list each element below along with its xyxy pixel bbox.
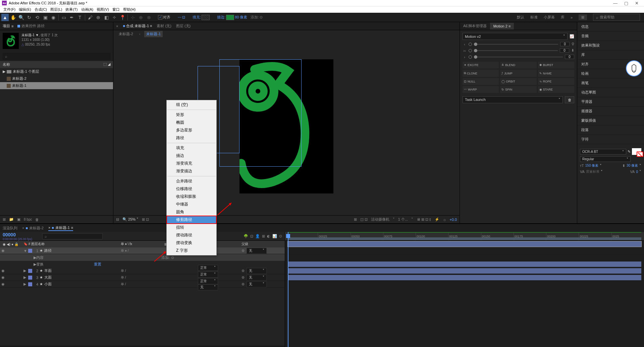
menu-stroke[interactable]: 描边 <box>167 152 216 160</box>
panel-mask-interp[interactable]: 蒙版插值 <box>577 116 644 125</box>
blend-mode-select[interactable]: 正常˅ <box>198 272 218 278</box>
panel-library[interactable]: 库 <box>577 50 644 60</box>
comp-mini-flowchart-icon[interactable]: 🌳 <box>244 234 248 238</box>
motion2-stare[interactable]: ◉ STARE <box>538 86 574 93</box>
motion2-burst[interactable]: ✱ BURST <box>538 62 574 68</box>
mask-icon[interactable]: ◫ ⊡ <box>360 217 368 222</box>
fast-preview-icon[interactable]: ⚡ <box>435 217 439 222</box>
tab-render-queue[interactable]: 渲染队列 <box>3 226 17 231</box>
task-delete[interactable]: 🗑 <box>565 96 574 103</box>
menu-group-empty[interactable]: 组 (空) <box>167 101 216 109</box>
panel-brush[interactable]: 画笔 <box>577 78 644 88</box>
exposure-value[interactable]: +0.0 <box>449 218 457 222</box>
matte-select[interactable]: 无˅ <box>198 284 218 290</box>
brush-tool[interactable]: 🖌 <box>87 14 94 21</box>
region-icon[interactable]: ⊟ <box>116 217 119 222</box>
visibility-toggle[interactable]: ◉ <box>1 269 5 273</box>
project-folder[interactable]: ▶ 未标题-1 个图层 <box>0 68 113 75</box>
layer-row-2[interactable]: ◉ ▶2★羊面 单 / 正常˅ 无˅ ⊚无˅ <box>0 268 285 274</box>
kerning[interactable]: 度量标准 <box>586 169 599 174</box>
layer-row-3[interactable]: ◉ ▶3★大面 单 / 正常˅ 无˅ ⊚无˅ <box>0 274 285 281</box>
panel-motion-sketch[interactable]: 动态草图 <box>577 88 644 97</box>
panel-paragraph[interactable]: 段落 <box>577 125 644 135</box>
visibility-toggle[interactable]: ◉ <box>1 282 5 286</box>
menu-polystar[interactable]: 多边星形 <box>167 126 216 134</box>
timeline-search[interactable] <box>42 233 103 239</box>
layer-transform-row[interactable]: ▶ 变换重置 <box>0 261 285 268</box>
menu-gradient-fill[interactable]: 渐变填充 <box>167 160 216 167</box>
motion-blur-icon[interactable]: ◐ <box>267 234 270 238</box>
selection-tool[interactable]: ▲ <box>1 14 9 21</box>
shy-icon[interactable]: 👤 <box>255 234 260 238</box>
menu-layer[interactable]: 图层(L) <box>49 6 63 13</box>
rotate-tool[interactable]: ⟲ <box>34 14 41 21</box>
menu-merge-paths[interactable]: 合并路径 <box>167 177 216 185</box>
tab-layer[interactable]: 图层 (无) <box>176 23 191 28</box>
menu-window[interactable]: 窗口 <box>111 6 121 13</box>
comp-crumb-1[interactable]: 未标题-2 <box>117 31 135 37</box>
menu-file[interactable]: 文件(F) <box>2 6 17 13</box>
view-axis[interactable]: ⊗ <box>145 14 153 21</box>
timeline-graph[interactable]: 00025 00050 00075 00100 00125 00150 0017… <box>285 232 644 347</box>
workspace-more[interactable]: » <box>571 15 573 19</box>
fill-color-swatch[interactable] <box>632 148 641 155</box>
menu-trim-paths[interactable]: 修剪路径 <box>167 216 216 224</box>
tab-effect-controls[interactable]: 效果控件 路径 <box>17 23 45 28</box>
graph-editor-icon[interactable]: 📊 <box>272 234 277 238</box>
project-item[interactable]: 未标题-2 <box>0 75 113 82</box>
reset-link[interactable]: 重置 <box>94 262 101 267</box>
workspace-small[interactable]: 小屏幕 <box>544 15 555 20</box>
workspace-standard[interactable]: 标准 <box>530 15 538 20</box>
close-button[interactable]: ✕ <box>635 1 639 6</box>
layer-contents-row[interactable]: ▶ 内容添加: ⊙ <box>0 254 285 261</box>
ease-out-slider[interactable] <box>474 57 563 57</box>
camera-dropdown[interactable]: 活动摄像机 <box>371 217 389 222</box>
workspace-switcher[interactable]: ⊞ <box>579 14 587 20</box>
menu-rectangle[interactable]: 矩形 <box>167 111 216 119</box>
composition-viewer[interactable] <box>113 38 460 215</box>
twirl-icon[interactable]: ▶ <box>23 269 27 273</box>
panel-effects-presets[interactable]: 效果和预设 <box>577 41 644 50</box>
tab-composition[interactable]: ■ 合成 未标题-1 ≡ <box>123 23 152 28</box>
parent-select[interactable]: 无˅ <box>247 275 267 281</box>
view-icons[interactable]: 🖥 ⊞ ⊡ ⫿ <box>417 217 431 222</box>
panel-smoother[interactable]: 平滑器 <box>577 97 644 107</box>
motion2-jump[interactable]: ⤴ JUMP <box>500 70 536 77</box>
maximize-button[interactable]: ▢ <box>624 1 628 6</box>
panel-character[interactable]: 字符 <box>577 135 644 144</box>
anchor-tool[interactable]: ◉ <box>50 14 57 21</box>
tab-project[interactable]: 项目 ≡ <box>3 23 13 28</box>
motion2-blend[interactable]: ≙ BLEND <box>500 62 536 68</box>
parent-pickwhip[interactable]: ⊚ <box>241 275 245 280</box>
menu-fill[interactable]: 填充 <box>167 144 216 152</box>
add-shape-button[interactable]: ⊙ <box>171 255 174 260</box>
menu-twist[interactable]: 扭转 <box>167 224 216 231</box>
puppet-tool[interactable]: 📍 <box>119 14 126 21</box>
leading[interactable]: 30 像素 <box>627 163 638 168</box>
motion2-orbit[interactable]: ◯ ORBIT <box>500 78 536 85</box>
current-time[interactable]: 00000 <box>3 232 32 237</box>
stroke-width[interactable]: 80 像素 <box>235 15 247 20</box>
menu-wiggle-paths[interactable]: 摆动路径 <box>167 231 216 239</box>
eyedropper-icon[interactable]: ✎ <box>628 150 631 154</box>
views-dropdown[interactable]: 1 个... <box>398 217 408 222</box>
interpret-footage-icon[interactable]: ⊞ <box>3 217 6 222</box>
draft-3d-icon[interactable]: ⊡ <box>250 234 253 238</box>
menu-help[interactable]: 帮助(H) <box>122 6 137 13</box>
exposure-icon[interactable]: ☼ <box>443 218 446 222</box>
search-help[interactable]: ⌕ 搜索帮助 <box>593 14 640 21</box>
bpc-button[interactable]: 8 bpc <box>24 218 32 221</box>
panel-align[interactable]: 对齐 N.E <box>577 60 644 69</box>
workspace-default[interactable]: 默认 <box>517 15 524 20</box>
panel-wiggler[interactable]: 摇摆器 <box>577 107 644 116</box>
roto-tool[interactable]: ✧ <box>111 14 118 21</box>
project-search-input[interactable] <box>3 53 110 60</box>
resolution-icon[interactable]: ⊞ ⊡ <box>142 217 149 222</box>
brainstorm-icon[interactable]: ⊙ <box>279 234 282 238</box>
tab-motion2[interactable]: Motion 2 ≡ <box>490 23 514 30</box>
menu-round-corners[interactable]: 圆角 <box>167 208 216 216</box>
panel-audio[interactable]: 音频 <box>577 32 644 41</box>
twirl-icon[interactable]: ▶ <box>23 282 27 286</box>
rect-tool[interactable]: ▭ <box>60 14 67 21</box>
ease-both-slider[interactable] <box>474 50 558 51</box>
